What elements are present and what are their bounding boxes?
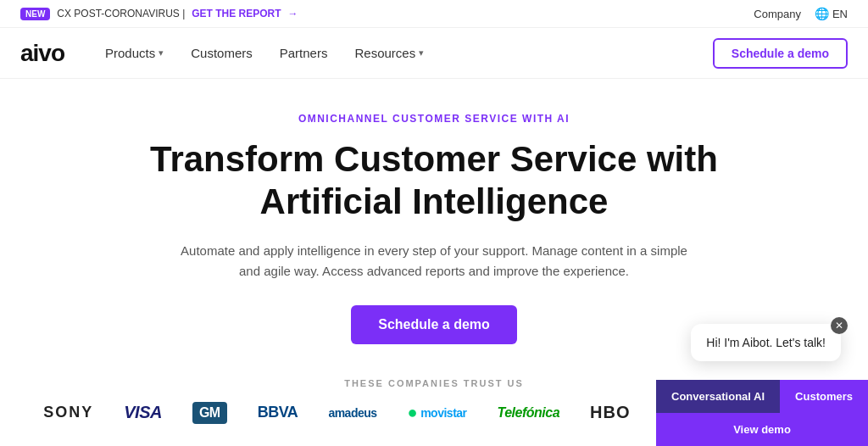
gm-logo: GM — [192, 402, 227, 424]
visa-logo: VISA — [124, 403, 162, 422]
hbo-logo: HBO — [590, 403, 630, 422]
logo[interactable]: aivo — [20, 40, 64, 67]
hero-title: Transform Customer Service with Artifici… — [137, 138, 731, 224]
customers-toolbar-button[interactable]: Customers — [780, 380, 868, 413]
bbva-logo: BBVA — [258, 404, 298, 421]
nav-links: Products ▾ Customers Partners Resources … — [105, 46, 713, 60]
customers-label: Customers — [191, 46, 253, 60]
products-label: Products — [105, 46, 155, 60]
toolbar-row: Conversational AI Customers — [656, 380, 868, 413]
schedule-demo-hero-button[interactable]: Schedule a demo — [351, 305, 517, 344]
hero-title-line1: Transform Customer Service with — [150, 139, 718, 179]
hero-subtitle: Automate and apply intelligence in every… — [171, 241, 697, 282]
amadeus-logo: amadeus — [328, 406, 376, 420]
chat-close-button[interactable]: ✕ — [831, 317, 848, 334]
banner-text: CX POST-CORONAVIRUS | — [57, 8, 185, 20]
globe-icon: 🌐 — [815, 7, 829, 20]
sony-logo: SONY — [43, 404, 93, 421]
view-demo-button[interactable]: View demo — [656, 413, 868, 446]
nav-products[interactable]: Products ▾ — [105, 46, 164, 60]
chevron-down-icon: ▾ — [159, 47, 164, 59]
arrow-icon: → — [288, 8, 298, 20]
new-badge: NEW — [20, 8, 50, 20]
schedule-demo-nav-button[interactable]: Schedule a demo — [713, 38, 848, 69]
banner-right: Company 🌐 EN — [754, 7, 848, 20]
lang-selector[interactable]: 🌐 EN — [815, 7, 848, 20]
chat-widget: ✕ Hi! I'm Aibot. Let's talk! — [691, 324, 841, 361]
hero-title-line2: Artificial Intelligence — [260, 181, 609, 221]
nav-partners[interactable]: Partners — [280, 46, 328, 60]
hero-section: OMNICHANNEL CUSTOMER SERVICE WITH AI Tra… — [0, 79, 868, 361]
nav-resources[interactable]: Resources ▾ — [354, 46, 424, 60]
partners-label: Partners — [280, 46, 328, 60]
hero-eyebrow: OMNICHANNEL CUSTOMER SERVICE WITH AI — [17, 113, 851, 125]
movistar-logo: ●movistar — [408, 403, 467, 422]
chat-message: Hi! I'm Aibot. Let's talk! — [706, 336, 826, 349]
navbar: aivo Products ▾ Customers Partners Resou… — [0, 28, 868, 79]
company-link[interactable]: Company — [754, 8, 801, 20]
report-link[interactable]: GET THE REPORT — [192, 8, 281, 20]
resources-label: Resources — [354, 46, 415, 60]
conversational-ai-button[interactable]: Conversational AI — [656, 380, 780, 413]
lang-label: EN — [832, 8, 848, 20]
bottom-toolbar: Conversational AI Customers View demo — [656, 380, 868, 446]
chevron-down-icon-2: ▾ — [419, 47, 424, 59]
telefonica-logo: Telefónica — [498, 405, 560, 421]
top-banner: NEW CX POST-CORONAVIRUS | GET THE REPORT… — [0, 0, 868, 28]
nav-customers[interactable]: Customers — [191, 46, 253, 60]
movistar-dot-icon: ● — [408, 403, 418, 422]
